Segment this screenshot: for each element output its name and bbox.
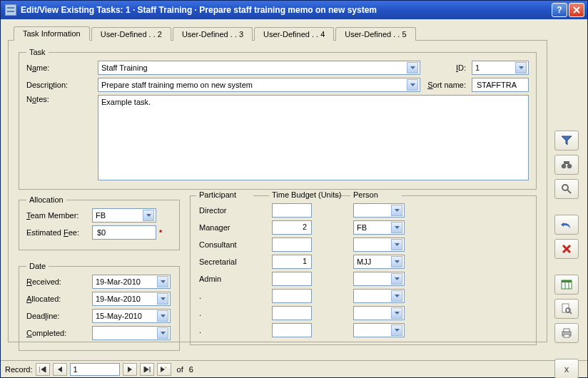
time-budget-field[interactable] — [275, 324, 308, 335]
person-dropdown-button[interactable] — [391, 307, 402, 319]
name-combo[interactable]: Staff Training — [98, 61, 420, 75]
allocation-group: Allocation Team Member: FB Estimated Fee… — [19, 195, 180, 250]
close-form-button[interactable]: x — [554, 359, 579, 378]
allocated-label: Allocated: — [26, 295, 92, 303]
allocation-legend: Allocation — [26, 195, 66, 204]
record-total: 6 — [189, 365, 193, 374]
person-combo[interactable] — [353, 289, 405, 303]
person-combo[interactable] — [353, 306, 405, 320]
find-button[interactable] — [554, 155, 579, 175]
person-combo[interactable]: MJJ — [353, 255, 405, 269]
nav-prev-button[interactable] — [53, 363, 67, 376]
participant-role: Manager — [199, 223, 256, 232]
tab-user-defined-5[interactable]: User-Defined . . 5 — [335, 27, 415, 41]
person-combo[interactable]: FB — [353, 220, 405, 235]
svg-line-4 — [567, 190, 571, 193]
time-budget-field[interactable] — [275, 238, 308, 250]
nav-next-button[interactable] — [123, 363, 137, 376]
right-toolbar: x — [554, 131, 582, 378]
time-budget-field[interactable] — [275, 290, 308, 301]
delete-button[interactable] — [554, 239, 579, 259]
person-dropdown-button[interactable] — [391, 290, 402, 302]
estimated-fee-label: Estimated Fee: — [26, 228, 92, 237]
deadline-dropdown-button[interactable] — [157, 310, 168, 322]
record-of-label: of — [177, 365, 183, 374]
nav-first-button[interactable] — [36, 363, 50, 376]
time-budget-field[interactable] — [275, 221, 308, 233]
time-budget-field[interactable] — [275, 204, 308, 215]
deadline-label: Deadline: — [26, 312, 92, 320]
person-dropdown-button[interactable] — [391, 325, 402, 336]
svg-rect-6 — [562, 280, 572, 282]
participant-role: Consultant — [199, 240, 256, 249]
received-date[interactable]: 19-Mar-2010 — [92, 275, 171, 289]
nav-new-button[interactable]: * — [157, 363, 171, 376]
filter-button[interactable] — [554, 131, 579, 150]
time-budget-field[interactable] — [275, 307, 308, 318]
time-budget-field[interactable] — [275, 255, 308, 267]
sortname-field[interactable] — [475, 79, 527, 91]
person-dropdown-button[interactable] — [391, 222, 402, 233]
person-combo[interactable] — [353, 237, 405, 252]
window-close-button[interactable] — [569, 3, 584, 17]
nav-last-button[interactable] — [140, 363, 154, 376]
person-combo[interactable] — [353, 272, 405, 286]
estimated-fee-input[interactable] — [92, 225, 156, 240]
time-budget-input[interactable] — [272, 255, 312, 269]
time-budget-input[interactable] — [272, 272, 312, 286]
team-member-dropdown-button[interactable] — [143, 210, 154, 221]
record-label: Record: — [5, 365, 33, 374]
description-combo[interactable]: Prepare staff training memo on new syste… — [98, 78, 420, 92]
id-combo[interactable]: 1 — [472, 61, 529, 75]
time-budget-input[interactable] — [272, 237, 312, 252]
tab-task-information[interactable]: Task Information — [14, 26, 90, 41]
estimated-fee-field[interactable] — [96, 227, 154, 238]
tab-user-defined-3[interactable]: User-Defined . . 3 — [173, 27, 253, 41]
description-dropdown-button[interactable] — [407, 79, 418, 91]
preview-button[interactable] — [554, 299, 579, 319]
zoom-button[interactable] — [554, 179, 579, 199]
app-icon — [5, 4, 16, 16]
person-combo[interactable] — [353, 323, 405, 337]
sortname-label: Sort name: — [426, 81, 466, 89]
time-budget-input[interactable] — [272, 289, 312, 303]
time-budget-input[interactable] — [272, 306, 312, 320]
participant-group: Participant Time Budget (Units) Person D… — [190, 195, 537, 345]
excel-button[interactable] — [554, 275, 579, 295]
sortname-input[interactable] — [472, 78, 529, 92]
allocated-date[interactable]: 19-Mar-2010 — [92, 292, 171, 306]
person-dropdown-button[interactable] — [391, 239, 402, 250]
time-budget-input[interactable] — [272, 323, 312, 337]
time-budget-input[interactable] — [272, 220, 312, 235]
undo-icon — [561, 220, 572, 230]
person-dropdown-button[interactable] — [391, 205, 402, 216]
deadline-date[interactable]: 15-May-2010 — [92, 309, 171, 323]
svg-line-11 — [569, 312, 572, 314]
person-header: Person — [350, 190, 402, 199]
completed-date[interactable] — [92, 326, 171, 340]
allocated-dropdown-button[interactable] — [157, 293, 168, 305]
help-button[interactable]: ? — [552, 3, 567, 17]
name-dropdown-button[interactable] — [407, 62, 418, 73]
id-dropdown-button[interactable] — [515, 62, 527, 73]
team-member-combo[interactable]: FB — [92, 208, 156, 223]
undo-button[interactable] — [554, 215, 579, 235]
printer-icon — [561, 328, 572, 338]
completed-dropdown-button[interactable] — [157, 327, 168, 339]
binoculars-icon — [561, 160, 572, 170]
record-current[interactable]: 1 — [70, 363, 120, 376]
tab-strip: Task Information User-Defined . . 2 User… — [8, 26, 547, 41]
notes-textarea[interactable] — [98, 95, 529, 180]
person-dropdown-button[interactable] — [391, 273, 402, 285]
received-dropdown-button[interactable] — [157, 276, 168, 287]
person-dropdown-button[interactable] — [391, 256, 402, 267]
time-budget-input[interactable] — [272, 203, 312, 218]
tab-user-defined-2[interactable]: User-Defined . . 2 — [91, 27, 171, 41]
task-group: Task Name: Staff Training ID: 1 Descript… — [19, 48, 537, 190]
print-button[interactable] — [554, 323, 579, 343]
delete-x-icon — [562, 244, 572, 254]
participant-role: . — [199, 292, 256, 300]
person-combo[interactable] — [353, 203, 405, 218]
time-budget-field[interactable] — [275, 272, 308, 284]
tab-user-defined-4[interactable]: User-Defined . . 4 — [254, 27, 334, 41]
